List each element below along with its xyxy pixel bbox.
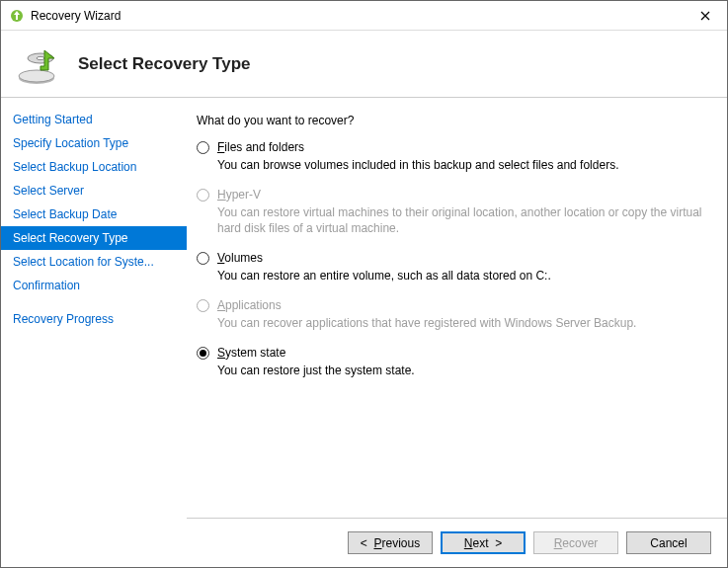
cancel-button[interactable]: Cancel [626, 531, 711, 554]
recovery-icon [15, 41, 62, 88]
svg-point-4 [37, 56, 44, 59]
recovery-option: ApplicationsYou can recover applications… [197, 297, 707, 331]
radio-button[interactable] [197, 252, 209, 265]
wizard-step[interactable]: Confirmation [1, 274, 187, 297]
window-title: Recovery Wizard [31, 9, 683, 23]
option-description: You can restore an entire volume, such a… [217, 268, 707, 284]
option-description: You can restore virtual machines to thei… [217, 204, 707, 236]
svg-point-2 [19, 70, 54, 82]
steps-sidebar: Getting StartedSpecify Location TypeSele… [1, 98, 187, 518]
recovery-option[interactable]: System stateYou can restore just the sys… [197, 345, 707, 378]
recovery-wizard-window: Recovery Wizard Select Recovery Type Get… [0, 0, 728, 568]
wizard-step[interactable]: Select Backup Date [1, 203, 187, 226]
content-panel: What do you want to recover? Files and f… [187, 98, 727, 518]
option-label: Files and folders [217, 139, 707, 155]
page-title: Select Recovery Type [78, 54, 251, 74]
wizard-step[interactable]: Recovery Progress [1, 307, 187, 331]
recovery-option[interactable]: VolumesYou can restore an entire volume,… [197, 250, 707, 284]
option-label: Applications [217, 297, 707, 313]
recover-button: Recover [533, 531, 618, 554]
option-description: You can browse volumes included in this … [217, 157, 707, 173]
option-label: Volumes [217, 250, 707, 266]
recovery-option: Hyper-VYou can restore virtual machines … [197, 187, 707, 236]
radio-button [197, 299, 209, 312]
radio-button [197, 189, 209, 202]
wizard-header: Select Recovery Type [1, 31, 727, 98]
wizard-body: Getting StartedSpecify Location TypeSele… [1, 98, 727, 518]
close-button[interactable] [683, 1, 727, 30]
wizard-step[interactable]: Getting Started [1, 108, 187, 131]
radio-button[interactable] [197, 141, 209, 154]
wizard-step[interactable]: Select Recovery Type [1, 226, 187, 250]
wizard-step[interactable]: Select Location for Syste... [1, 250, 187, 274]
wizard-footer: < Previous Next > Recover Cancel [187, 518, 727, 567]
titlebar: Recovery Wizard [1, 1, 727, 31]
option-label: System state [217, 345, 707, 361]
option-label: Hyper-V [217, 187, 707, 203]
recovery-option[interactable]: Files and foldersYou can browse volumes … [197, 139, 707, 173]
radio-button[interactable] [197, 347, 209, 360]
wizard-step[interactable]: Select Backup Location [1, 155, 187, 179]
option-description: You can restore just the system state. [217, 363, 707, 378]
prompt-text: What do you want to recover? [197, 114, 707, 127]
previous-button[interactable]: < Previous [348, 531, 433, 554]
option-description: You can recover applications that have r… [217, 315, 707, 331]
next-button[interactable]: Next > [441, 531, 526, 554]
app-icon [9, 8, 25, 24]
wizard-step[interactable]: Select Server [1, 179, 187, 203]
wizard-step[interactable]: Specify Location Type [1, 131, 187, 155]
